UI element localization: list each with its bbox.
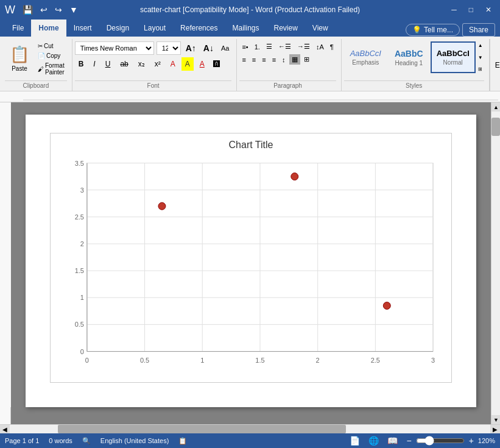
- strikethrough-button[interactable]: ab: [116, 57, 132, 71]
- style-emphasis[interactable]: AaBbCcI Emphasis: [344, 41, 387, 73]
- quick-access-toolbar: 💾 ↩ ↪ ▼: [20, 4, 80, 16]
- svg-text:2: 2: [316, 357, 320, 364]
- font-size-select[interactable]: 12: [157, 41, 181, 55]
- document-container[interactable]: Chart Title 00.511.522.533.500.511.522.5…: [11, 102, 491, 424]
- line-spacing-button[interactable]: ↕: [280, 55, 288, 65]
- zoom-out-button[interactable]: −: [404, 436, 413, 446]
- horizontal-scrollbar: ◀ ▶: [0, 424, 500, 433]
- svg-text:3.5: 3.5: [75, 160, 84, 167]
- underline-button[interactable]: U: [102, 57, 114, 71]
- scatter-chart-svg: 00.511.522.533.500.511.522.53: [57, 157, 445, 376]
- paste-icon: 📋: [10, 45, 29, 64]
- scrollbar-thumb[interactable]: [491, 118, 500, 136]
- font-group-content: Times New Roman 12 A↑ A↓ Aa B I U ab x₂ …: [75, 39, 232, 80]
- tab-review[interactable]: Review: [266, 20, 305, 37]
- tab-file[interactable]: File: [5, 20, 31, 37]
- print-layout-button[interactable]: 📄: [348, 436, 362, 446]
- right-scrollbar[interactable]: ▲ ▼: [491, 102, 500, 424]
- svg-point-35: [158, 202, 166, 210]
- tab-home[interactable]: Home: [31, 20, 66, 37]
- style-normal[interactable]: AaBbCcI Normal: [431, 41, 476, 73]
- zoom-slider[interactable]: [416, 436, 465, 446]
- track-changes-button[interactable]: 📋: [178, 437, 187, 445]
- clipboard-small-buttons: ✂ Cut 📄 Copy 🖌 Format Painter: [35, 41, 67, 77]
- tab-layout[interactable]: Layout: [136, 20, 173, 37]
- cut-button[interactable]: ✂ Cut: [35, 41, 67, 51]
- scroll-track: [491, 112, 500, 415]
- clear-format-button[interactable]: A: [167, 57, 179, 71]
- align-center-button[interactable]: ≡: [250, 55, 258, 65]
- numbering-button[interactable]: 1.: [252, 42, 262, 52]
- text-highlight-button[interactable]: A: [181, 57, 194, 71]
- svg-point-37: [383, 302, 390, 310]
- clipboard-group-label: Clipboard: [5, 80, 67, 91]
- italic-button[interactable]: I: [90, 57, 99, 71]
- scroll-up-button[interactable]: ▲: [491, 102, 500, 112]
- shrink-font-button[interactable]: A↓: [201, 43, 216, 54]
- bullets-button[interactable]: ≡•: [239, 42, 250, 52]
- format-painter-button[interactable]: 🖌 Format Painter: [35, 61, 67, 77]
- svg-text:3: 3: [431, 357, 435, 364]
- word-count: 0 words: [49, 437, 72, 444]
- chart-area[interactable]: Chart Title 00.511.522.533.500.511.522.5…: [50, 133, 452, 383]
- h-scroll-thumb[interactable]: [58, 425, 346, 433]
- tab-design[interactable]: Design: [99, 20, 136, 37]
- svg-text:0.5: 0.5: [75, 321, 84, 328]
- paragraph-group: ≡• 1. ☰ ←☰ →☰ ↕A ¶ ≡ ≡ ≡ ≡ ↕ ▦ ⊞ Paragra…: [237, 39, 341, 91]
- scroll-right-button[interactable]: ▶: [490, 425, 500, 434]
- undo-button[interactable]: ↩: [38, 4, 50, 16]
- align-right-button[interactable]: ≡: [259, 55, 268, 65]
- show-formatting-button[interactable]: ¶: [328, 42, 336, 52]
- normal-label: Normal: [437, 59, 470, 66]
- zoom-in-button[interactable]: +: [467, 436, 476, 446]
- style-heading1[interactable]: AaBbC Heading 1: [389, 41, 429, 73]
- svg-text:3: 3: [80, 187, 84, 194]
- title-bar-left: W 💾 ↩ ↪ ▼: [5, 4, 80, 16]
- status-left: Page 1 of 1 0 words 🔍 English (United St…: [5, 437, 187, 445]
- decrease-indent-button[interactable]: ←☰: [276, 41, 294, 52]
- ruler-svg: // ruler ticks - will be generated in ma…: [23, 91, 498, 102]
- borders-button[interactable]: ⊞: [301, 54, 312, 65]
- minimize-button[interactable]: ─: [448, 4, 460, 15]
- scroll-down-button[interactable]: ▼: [491, 415, 500, 424]
- change-case-button[interactable]: Aa: [219, 43, 231, 53]
- styles-expand[interactable]: ⊞: [478, 66, 483, 72]
- grow-font-button[interactable]: A↑: [183, 43, 199, 54]
- redo-button[interactable]: ↪: [52, 4, 65, 16]
- justify-button[interactable]: ≡: [270, 55, 278, 65]
- bold-button[interactable]: B: [75, 57, 88, 71]
- share-button[interactable]: Share: [462, 23, 495, 37]
- save-button[interactable]: 💾: [20, 4, 35, 16]
- font-name-select[interactable]: Times New Roman: [75, 41, 154, 55]
- styles-group: AaBbCcI Emphasis AaBbC Heading 1 AaBbCcI…: [342, 39, 490, 91]
- copy-button[interactable]: 📄 Copy: [35, 51, 67, 60]
- styles-scroll-down[interactable]: ▼: [478, 55, 483, 60]
- tell-me-label: Tell me...: [424, 26, 453, 34]
- paragraph-group-content: ≡• 1. ☰ ←☰ →☰ ↕A ¶ ≡ ≡ ≡ ≡ ↕ ▦ ⊞: [239, 39, 336, 80]
- superscript-button[interactable]: x²: [151, 57, 164, 71]
- multilevel-list-button[interactable]: ☰: [264, 41, 275, 52]
- tab-mailings[interactable]: Mailings: [225, 20, 266, 37]
- scroll-left-button[interactable]: ◀: [0, 425, 10, 434]
- styles-scroll-up[interactable]: ▲: [478, 43, 483, 48]
- sort-button[interactable]: ↕A: [314, 42, 326, 52]
- quick-access-dropdown[interactable]: ▼: [67, 4, 80, 16]
- web-layout-button[interactable]: 🌐: [367, 436, 381, 446]
- maximize-button[interactable]: □: [465, 4, 477, 15]
- read-mode-button[interactable]: 📖: [386, 436, 400, 446]
- close-button[interactable]: ✕: [482, 4, 495, 15]
- increase-indent-button[interactable]: →☰: [295, 41, 312, 52]
- subscript-button[interactable]: x₂: [135, 57, 149, 71]
- proofing-button[interactable]: 🔍: [82, 437, 91, 445]
- paste-button[interactable]: 📋 Paste: [5, 41, 34, 76]
- font-effects-button[interactable]: 🅰: [211, 59, 222, 69]
- align-left-button[interactable]: ≡: [239, 55, 248, 65]
- tab-insert[interactable]: Insert: [66, 20, 99, 37]
- svg-text:0.5: 0.5: [140, 357, 149, 364]
- tab-view[interactable]: View: [305, 20, 336, 37]
- shading-button[interactable]: ▦: [289, 54, 300, 65]
- tell-me-box[interactable]: 💡 Tell me...: [406, 24, 460, 36]
- text-color-button[interactable]: A: [196, 57, 208, 71]
- ribbon-tabs: File Home Insert Design Layout Reference…: [0, 20, 500, 37]
- tab-references[interactable]: References: [173, 20, 225, 37]
